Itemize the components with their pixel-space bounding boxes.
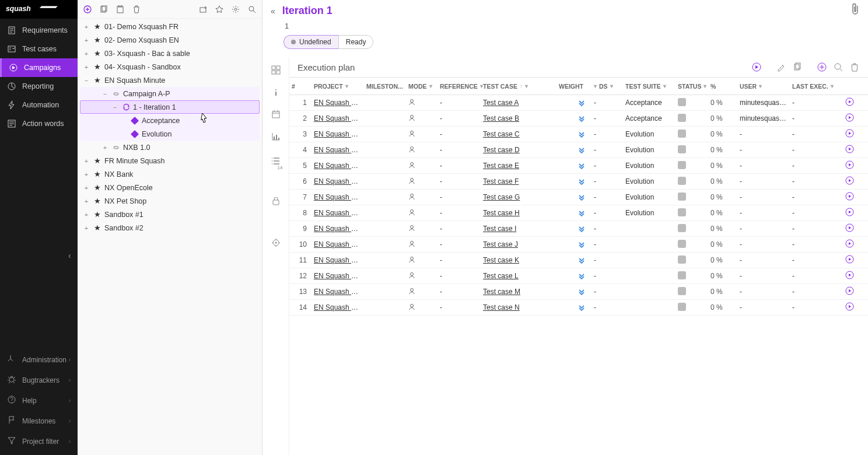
filter-icon[interactable]: ▾ bbox=[610, 83, 613, 89]
cell-testcase[interactable]: Test case B bbox=[481, 114, 556, 123]
row-play-icon[interactable] bbox=[845, 286, 854, 297]
nav-administration[interactable]: Administration› bbox=[0, 349, 78, 370]
row-play-icon[interactable] bbox=[845, 271, 854, 281]
filter-icon[interactable]: ▾ bbox=[594, 83, 597, 89]
col-reference[interactable]: REFERENCE▾ bbox=[438, 83, 481, 90]
cell-project[interactable]: EN Squash Mi... bbox=[312, 114, 364, 123]
table-row[interactable]: 1EN Squash Mi...-Test case A-Acceptance0… bbox=[289, 95, 868, 111]
sort-icon[interactable]: ↑ bbox=[520, 83, 523, 89]
cell-project[interactable]: EN Squash Mi... bbox=[312, 240, 364, 249]
status-undefined[interactable]: Undefined bbox=[284, 35, 338, 49]
search-grid-icon[interactable] bbox=[833, 62, 844, 72]
filter-icon[interactable]: ▾ bbox=[759, 83, 762, 89]
col-testcase[interactable]: TEST CASE↑▾ bbox=[481, 83, 556, 90]
row-play-icon[interactable] bbox=[845, 129, 854, 139]
row-play-icon[interactable] bbox=[845, 208, 854, 218]
cell-testcase[interactable]: Test case F bbox=[481, 177, 556, 186]
table-row[interactable]: 8EN Squash Mi...-Test case H-Evolution0 … bbox=[289, 205, 868, 221]
duplicate-icon[interactable] bbox=[792, 62, 803, 72]
attachment-icon[interactable] bbox=[850, 4, 860, 18]
row-play-icon[interactable] bbox=[845, 160, 854, 171]
filter-icon[interactable]: ▾ bbox=[429, 83, 432, 89]
info-tab-icon[interactable] bbox=[270, 86, 282, 98]
cell-project[interactable]: EN Squash Mi... bbox=[312, 99, 364, 107]
table-row[interactable]: 6EN Squash Mi...-Test case F-Evolution0 … bbox=[289, 174, 868, 190]
table-row[interactable]: 13EN Squash Mi...-Test case M-0 %-- bbox=[289, 284, 868, 300]
automation-tab-icon[interactable] bbox=[270, 237, 282, 249]
expander-icon[interactable]: + bbox=[82, 23, 90, 30]
cell-project[interactable]: EN Squash Mi... bbox=[312, 256, 364, 264]
cell-project[interactable]: EN Squash Mi... bbox=[312, 209, 364, 217]
assign-icon[interactable] bbox=[776, 62, 786, 72]
cell-testcase[interactable]: Test case G bbox=[481, 193, 556, 201]
filter-icon[interactable]: ▾ bbox=[525, 83, 528, 89]
table-row[interactable]: 3EN Squash Mi...-Test case C-Evolution0 … bbox=[289, 127, 868, 142]
copy-icon[interactable] bbox=[99, 4, 109, 15]
col-pct[interactable]: % bbox=[708, 83, 737, 90]
expander-icon[interactable]: + bbox=[82, 198, 90, 205]
back-button[interactable]: « bbox=[271, 6, 275, 16]
row-play-icon[interactable] bbox=[845, 113, 854, 124]
search-icon[interactable] bbox=[247, 4, 257, 15]
dashboard-tab-icon[interactable] bbox=[270, 64, 282, 76]
favorite-icon[interactable] bbox=[214, 4, 225, 15]
tree-node[interactable]: +★03- Xsquash - Bac à sable bbox=[80, 47, 260, 60]
nav-help[interactable]: Help› bbox=[0, 390, 78, 411]
expander-icon[interactable]: + bbox=[82, 184, 90, 191]
table-row[interactable]: 4EN Squash Mi...-Test case D-Evolution0 … bbox=[289, 142, 868, 158]
col-milestone[interactable]: MILESTON... bbox=[364, 83, 406, 90]
cell-project[interactable]: EN Squash Mi... bbox=[312, 303, 364, 312]
expander-icon[interactable]: + bbox=[82, 171, 90, 178]
cell-testcase[interactable]: Test case H bbox=[481, 209, 556, 217]
nav-actionwords[interactable]: Action words bbox=[0, 114, 78, 133]
cell-testcase[interactable]: Test case E bbox=[481, 162, 556, 170]
delete-icon[interactable] bbox=[131, 4, 142, 15]
settings-icon[interactable] bbox=[230, 4, 241, 15]
cell-testcase[interactable]: Test case A bbox=[481, 99, 556, 107]
cell-project[interactable]: EN Squash Mi... bbox=[312, 146, 364, 154]
table-row[interactable]: 9EN Squash Mi...-Test case I-0 %-- bbox=[289, 221, 868, 237]
expander-icon[interactable]: − bbox=[111, 104, 119, 111]
col-status[interactable]: STATUS▾ bbox=[676, 83, 708, 90]
expander-icon[interactable]: + bbox=[101, 144, 109, 151]
col-user[interactable]: USER▾ bbox=[737, 83, 790, 90]
row-play-icon[interactable] bbox=[845, 302, 854, 313]
row-play-icon[interactable] bbox=[845, 97, 854, 108]
row-play-icon[interactable] bbox=[845, 145, 854, 155]
tree-node[interactable]: +Acceptance bbox=[80, 114, 260, 127]
app-logo[interactable]: squash bbox=[0, 0, 78, 19]
col-num[interactable]: # bbox=[289, 83, 312, 90]
tree-node[interactable]: +★NX OpenEcole bbox=[80, 181, 260, 194]
calendar-tab-icon[interactable] bbox=[270, 108, 282, 120]
export-icon[interactable] bbox=[198, 4, 208, 15]
expander-icon[interactable]: + bbox=[82, 158, 90, 164]
col-weight[interactable]: WEIGHT bbox=[556, 83, 592, 90]
table-row[interactable]: 10EN Squash Mi...-Test case J-0 %-- bbox=[289, 237, 868, 253]
table-row[interactable]: 11EN Squash Mi...-Test case K-0 %-- bbox=[289, 253, 868, 268]
table-row[interactable]: 5EN Squash Mi...-Test case E-Evolution0 … bbox=[289, 158, 868, 174]
expander-icon[interactable]: + bbox=[82, 211, 90, 218]
row-play-icon[interactable] bbox=[845, 255, 854, 265]
col-mode[interactable]: MODE▾ bbox=[406, 83, 438, 90]
cell-testcase[interactable]: Test case N bbox=[481, 303, 556, 312]
row-play-icon[interactable] bbox=[845, 192, 854, 202]
col-lastexec[interactable]: LAST EXEC.▾ bbox=[790, 83, 836, 90]
cell-project[interactable]: EN Squash Mi... bbox=[312, 193, 364, 201]
nav-milestones[interactable]: Milestones› bbox=[0, 411, 78, 431]
cell-testcase[interactable]: Test case D bbox=[481, 146, 556, 154]
list-tab-icon[interactable]: 14 bbox=[270, 155, 282, 167]
table-row[interactable]: 12EN Squash Mi...-Test case L-0 %-- bbox=[289, 268, 868, 284]
issues-tab-icon[interactable] bbox=[270, 196, 282, 208]
expander-icon[interactable]: + bbox=[82, 225, 90, 232]
filter-icon[interactable]: ▾ bbox=[663, 83, 666, 89]
tree-node[interactable]: +★04- Xsquash - Sandbox bbox=[80, 60, 260, 74]
tree-node[interactable]: +★FR Minute Squash bbox=[80, 154, 260, 167]
chart-tab-icon[interactable] bbox=[270, 131, 282, 142]
col-ds[interactable]: ▾DS▾ bbox=[592, 83, 623, 90]
tree-node[interactable]: −★EN Squash Minute bbox=[80, 74, 260, 87]
filter-icon[interactable]: ▾ bbox=[345, 83, 348, 89]
nav-automation[interactable]: Automation bbox=[0, 96, 78, 114]
expander-icon[interactable]: + bbox=[82, 50, 90, 57]
tree-node[interactable]: −1 - Iteration 1 bbox=[80, 100, 260, 114]
cell-testcase[interactable]: Test case J bbox=[481, 240, 556, 249]
